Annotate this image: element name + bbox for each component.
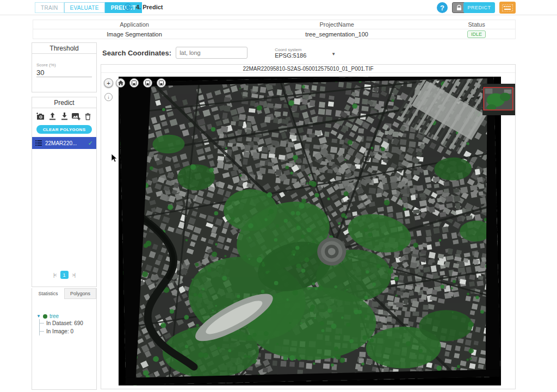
score-input[interactable] <box>36 69 92 77</box>
floppy-icon <box>145 80 150 85</box>
image-list-item-selected[interactable]: 22MAR220... ✓ <box>32 137 96 149</box>
col-projectname: ProjectName <box>236 21 438 28</box>
search-coordinates-row: Search Coordinates: Coord system EPSG:51… <box>102 46 327 60</box>
tab-polygons[interactable]: Polygons <box>64 288 96 299</box>
coordinates-input[interactable] <box>176 47 247 59</box>
upload-button[interactable] <box>48 112 57 121</box>
predict-panel: Predict CLEAR POLYGONS 22MAR220... ✓ |< … <box>32 97 97 287</box>
export-polygons-button[interactable] <box>157 78 166 88</box>
score-label: Score (%) <box>36 63 92 67</box>
download-icon <box>61 113 68 120</box>
threshold-panel-title: Threshold <box>32 43 96 54</box>
help-button[interactable]: ? <box>437 2 448 13</box>
camera-plus-icon <box>36 113 45 120</box>
stat-in-dataset: In Dataset: 690 <box>40 319 96 327</box>
tree-class-node[interactable]: ▼ tree <box>36 313 96 319</box>
tab-train[interactable]: TRAIN <box>35 2 64 13</box>
top-bar: TRAIN EVALUATE PREDICT 4. Predict ? PRED… <box>0 0 557 15</box>
home-icon <box>118 80 123 85</box>
tab-statistics[interactable]: Statistics <box>32 288 64 299</box>
minimap[interactable] <box>482 84 515 115</box>
status-badge: IDLE <box>467 30 486 38</box>
chevron-down-icon: ▼ <box>331 52 336 57</box>
keyboard-button[interactable] <box>499 2 516 14</box>
question-icon: ? <box>440 4 444 12</box>
export-image-button[interactable] <box>143 78 152 88</box>
map-viewer[interactable]: + i <box>101 73 515 389</box>
satellite-image[interactable] <box>119 77 500 385</box>
info-button[interactable]: i <box>104 93 113 101</box>
clear-polygons-button[interactable]: CLEAR POLYGONS <box>36 125 92 134</box>
home-button[interactable] <box>116 78 125 88</box>
map-panel: 22MAR22095810-S2AS-050012575010_01_P001.… <box>101 64 516 389</box>
project-table-header: Application ProjectName Status <box>33 20 515 29</box>
class-color-dot <box>43 314 47 319</box>
search-coordinates-label: Search Coordinates: <box>102 49 171 57</box>
tab-evaluate[interactable]: EVALUATE <box>64 2 105 13</box>
class-name-label: tree <box>49 313 59 319</box>
caret-down-icon[interactable]: ▼ <box>36 314 41 319</box>
stats-tabs: Statistics Polygons <box>32 288 96 299</box>
cell-application: Image Segmentation <box>33 31 236 38</box>
list-icon <box>35 140 42 146</box>
capture-button[interactable] <box>36 112 45 121</box>
download-button[interactable] <box>60 112 69 121</box>
predict-run-button[interactable]: PREDICT <box>463 2 495 13</box>
map-image-title: 22MAR22095810-S2AS-050012575010_01_P001.… <box>101 65 515 73</box>
keyboard-icon <box>502 4 513 11</box>
coord-system-select[interactable]: Coord system EPSG:5186 ▼ <box>275 47 327 59</box>
floppy-icon <box>132 80 137 85</box>
table-row[interactable]: Image Segmentation tree_segmentation_100… <box>33 29 515 39</box>
last-page-button[interactable]: >| <box>72 272 76 278</box>
coord-system-value: EPSG:5186 <box>275 52 327 59</box>
statistics-panel: Statistics Polygons ▼ tree In Dataset: 6… <box>32 288 97 390</box>
cell-status: IDLE <box>438 30 515 38</box>
project-table: Application ProjectName Status Image Seg… <box>33 20 516 39</box>
check-icon: ✓ <box>88 140 93 147</box>
satellite-image-frame[interactable] <box>119 77 501 385</box>
mouse-cursor <box>111 153 117 163</box>
add-image-icon <box>72 113 81 120</box>
coord-system-label: Coord system <box>275 47 327 52</box>
image-item-label: 22MAR220... <box>45 140 85 146</box>
delete-button[interactable] <box>83 112 92 121</box>
stat-in-image: In Image: 0 <box>40 327 96 335</box>
zoom-in-button[interactable]: + <box>104 78 113 88</box>
trash-icon <box>85 113 91 120</box>
col-status: Status <box>438 21 515 28</box>
class-tree: ▼ tree In Dataset: 690 In Image: 0 <box>36 313 96 335</box>
page-number-button[interactable]: 1 <box>60 271 69 279</box>
threshold-panel: Threshold Score (%) <box>32 42 97 92</box>
col-application: Application <box>33 21 236 28</box>
predict-toolbar <box>32 108 96 123</box>
first-page-button[interactable]: |< <box>53 272 57 278</box>
floppy-icon <box>159 80 164 85</box>
upload-icon <box>49 113 56 120</box>
lock-icon <box>456 5 462 11</box>
pagination: |< 1 >| <box>32 271 96 279</box>
save-view-button[interactable] <box>129 78 139 88</box>
predict-panel-title: Predict <box>32 97 96 108</box>
add-image-button[interactable] <box>72 112 81 121</box>
radio-icon <box>124 3 132 11</box>
step-radio-predict[interactable]: 4. Predict <box>124 3 163 11</box>
cell-projectname: tree_segmentation_100 <box>236 31 438 38</box>
step-label: 4. Predict <box>136 4 163 10</box>
